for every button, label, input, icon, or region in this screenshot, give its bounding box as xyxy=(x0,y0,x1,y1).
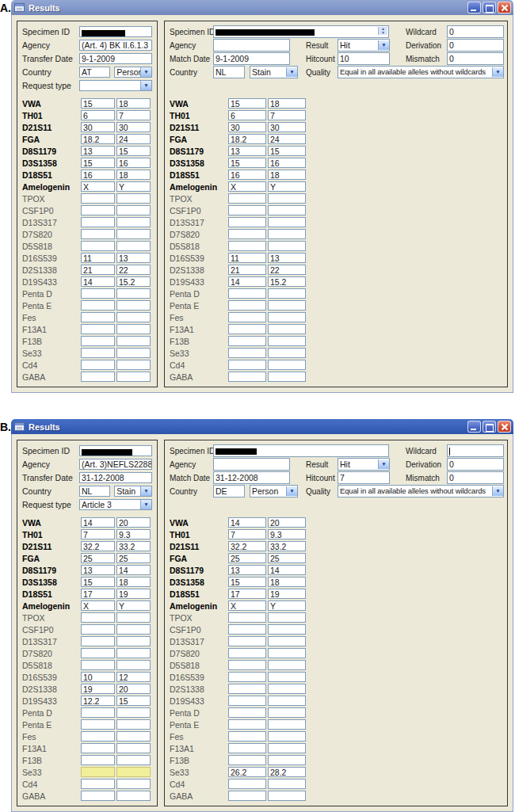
allele-field[interactable] xyxy=(268,672,306,682)
allele-field[interactable] xyxy=(81,707,115,718)
allele-field[interactable]: 15.2 xyxy=(268,276,306,287)
allele-field[interactable] xyxy=(116,707,151,718)
mismatch-field[interactable]: 0 xyxy=(447,471,504,484)
allele-field[interactable]: 7 xyxy=(116,110,151,120)
allele-field[interactable] xyxy=(268,288,306,299)
allele-field[interactable] xyxy=(81,636,115,646)
allele-field[interactable] xyxy=(228,229,266,239)
allele-field[interactable] xyxy=(81,300,115,311)
request-type-dropdown[interactable]: Article 3 ▼ xyxy=(79,499,152,510)
minimize-button[interactable] xyxy=(467,421,481,433)
dropdown-arrow-icon[interactable]: ▼ xyxy=(286,486,297,496)
allele-field[interactable]: 6 xyxy=(81,110,115,120)
allele-field[interactable] xyxy=(116,205,151,215)
sample-type-dropdown[interactable]: Person ▼ xyxy=(114,67,152,78)
allele-field[interactable] xyxy=(268,743,306,753)
allele-field[interactable] xyxy=(228,743,266,753)
allele-field[interactable] xyxy=(268,312,306,322)
allele-field[interactable]: 15.2 xyxy=(116,276,151,287)
allele-field[interactable] xyxy=(228,324,266,334)
allele-field[interactable] xyxy=(81,791,115,801)
transfer-date-field[interactable]: 31-12-2008 xyxy=(79,472,152,483)
allele-field[interactable]: 11 xyxy=(228,253,266,263)
allele-field[interactable] xyxy=(228,779,266,789)
allele-field[interactable] xyxy=(81,229,115,239)
allele-field[interactable] xyxy=(228,648,266,658)
allele-field[interactable] xyxy=(116,767,151,777)
allele-field[interactable]: 15 xyxy=(228,98,266,109)
allele-field[interactable]: 18.2 xyxy=(228,134,266,144)
allele-field[interactable] xyxy=(268,372,306,382)
country-field[interactable]: NL xyxy=(79,486,110,497)
allele-field[interactable]: 13 xyxy=(268,253,306,263)
allele-field[interactable]: 11 xyxy=(81,253,115,263)
dropdown-arrow-icon[interactable]: ▼ xyxy=(140,81,151,90)
allele-field[interactable] xyxy=(268,229,306,239)
sample-type-dropdown[interactable]: Stain ▼ xyxy=(250,66,298,78)
allele-field[interactable] xyxy=(268,779,306,789)
allele-field[interactable]: 13 xyxy=(81,146,115,156)
dropdown-arrow-icon[interactable]: ▼ xyxy=(140,67,151,77)
allele-field[interactable]: 17 xyxy=(228,589,266,599)
allele-field[interactable] xyxy=(116,336,151,346)
allele-field[interactable]: 18 xyxy=(116,170,151,180)
allele-field[interactable]: 15 xyxy=(81,98,115,109)
allele-field[interactable]: 7 xyxy=(81,529,115,539)
agency-field[interactable]: (Art. 3)NEFLS2288 xyxy=(79,459,152,470)
allele-field[interactable]: 22 xyxy=(116,265,151,275)
allele-field[interactable] xyxy=(228,624,266,635)
allele-field[interactable]: 13 xyxy=(116,253,151,263)
allele-field[interactable] xyxy=(268,612,306,623)
allele-field[interactable]: 15 xyxy=(116,146,151,156)
allele-field[interactable] xyxy=(268,636,306,646)
result-dropdown[interactable]: Hit ▼ xyxy=(338,39,390,51)
allele-field[interactable] xyxy=(116,624,151,635)
quality-dropdown[interactable]: Equal in all available alleles without w… xyxy=(338,66,504,78)
allele-field[interactable]: 26.2 xyxy=(228,767,266,777)
allele-field[interactable]: 30 xyxy=(116,122,151,132)
allele-field[interactable]: Y xyxy=(116,600,151,611)
allele-field[interactable] xyxy=(228,636,266,646)
titlebar[interactable]: Results xyxy=(11,419,513,434)
allele-field[interactable] xyxy=(228,731,266,741)
derivation-field[interactable]: 0 xyxy=(447,39,504,51)
allele-field[interactable] xyxy=(268,660,306,670)
spinner-control[interactable]: ▲ ▼ xyxy=(378,27,387,35)
agency-field[interactable] xyxy=(213,458,290,471)
allele-field[interactable]: 25 xyxy=(268,553,306,563)
allele-field[interactable]: 6 xyxy=(228,110,266,120)
allele-field[interactable] xyxy=(81,288,115,299)
quality-dropdown[interactable]: Equal in all available alleles without w… xyxy=(338,485,504,497)
allele-field[interactable]: 19 xyxy=(116,589,151,599)
allele-field[interactable] xyxy=(268,624,306,635)
allele-field[interactable]: X xyxy=(228,600,266,611)
allele-field[interactable] xyxy=(228,791,266,801)
allele-field[interactable] xyxy=(228,193,266,204)
sample-type-dropdown[interactable]: Person ▼ xyxy=(250,485,298,497)
allele-field[interactable] xyxy=(268,707,306,718)
allele-field[interactable] xyxy=(81,767,115,777)
allele-field[interactable] xyxy=(116,791,151,801)
result-dropdown[interactable]: Hit ▼ xyxy=(338,458,390,471)
match-date-field[interactable]: 31-12-2008 xyxy=(213,471,290,484)
allele-field[interactable] xyxy=(81,719,115,730)
allele-field[interactable]: 15 xyxy=(268,146,306,156)
allele-field[interactable] xyxy=(116,660,151,670)
hitcount-field[interactable]: 10 xyxy=(338,52,390,65)
allele-field[interactable] xyxy=(81,241,115,251)
allele-field[interactable] xyxy=(116,193,151,204)
allele-field[interactable] xyxy=(81,336,115,346)
allele-field[interactable] xyxy=(228,755,266,765)
country-field[interactable]: NL xyxy=(213,66,245,78)
allele-field[interactable]: 21 xyxy=(228,265,266,275)
allele-field[interactable] xyxy=(228,360,266,370)
allele-field[interactable] xyxy=(268,684,306,694)
allele-field[interactable]: 10 xyxy=(81,672,115,682)
allele-field[interactable]: 15 xyxy=(81,158,115,168)
allele-field[interactable]: 25 xyxy=(116,553,151,563)
allele-field[interactable] xyxy=(81,779,115,789)
allele-field[interactable]: 16 xyxy=(228,170,266,180)
minimize-button[interactable] xyxy=(467,2,481,13)
allele-field[interactable] xyxy=(268,648,306,658)
allele-field[interactable] xyxy=(268,241,306,251)
